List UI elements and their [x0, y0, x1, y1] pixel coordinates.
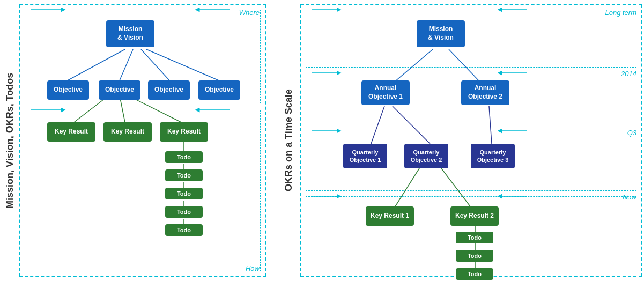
todo-r-1-node: Todo — [456, 232, 493, 243]
mission-vision-node-left: Mission& Vision — [106, 20, 154, 47]
todo-5-node: Todo — [165, 224, 203, 236]
objective-1-node: Objective — [47, 80, 89, 100]
annual-obj-1-node: AnnualObjective 1 — [361, 80, 410, 105]
annual-obj-2-node: AnnualObjective 2 — [461, 80, 509, 105]
key-result-3-node-left: Key Result — [160, 122, 208, 142]
key-result-2-node-right: Key Result 2 — [450, 206, 499, 226]
main-container: Mission, Vision, OKRs, Todos Where How — [0, 0, 644, 281]
objective-2-node: Objective — [99, 80, 140, 100]
quarterly-obj-2-node: QuarterlyObjective 2 — [404, 144, 448, 168]
quarterly-obj-1-node: QuarterlyObjective 1 — [343, 144, 387, 168]
objective-4-node: Objective — [198, 80, 240, 100]
left-diagram: Where How — [19, 4, 266, 277]
objective-3-node: Objective — [148, 80, 190, 100]
todo-4-node: Todo — [165, 206, 203, 218]
quarterly-obj-3-node: QuarterlyObjective 3 — [471, 144, 515, 168]
todo-2-node: Todo — [165, 169, 203, 181]
right-label: OKRs on a Time Scale — [279, 0, 298, 281]
todo-3-node: Todo — [165, 188, 203, 199]
left-label: Mission, Vision, OKRs, Todos — [0, 0, 19, 281]
key-result-1-node-left: Key Result — [47, 122, 95, 142]
todo-r-3-node: Todo — [456, 268, 493, 280]
long-term-region — [306, 10, 636, 68]
key-result-1-node-right: Key Result 1 — [366, 206, 414, 226]
key-result-2-node-left: Key Result — [103, 122, 152, 142]
todo-r-2-node: Todo — [456, 250, 493, 262]
todo-1-node: Todo — [165, 151, 203, 163]
right-diagram: Long term 2014 Q3 Now — [300, 4, 642, 277]
mission-vision-node-right: Mission& Vision — [417, 20, 465, 47]
